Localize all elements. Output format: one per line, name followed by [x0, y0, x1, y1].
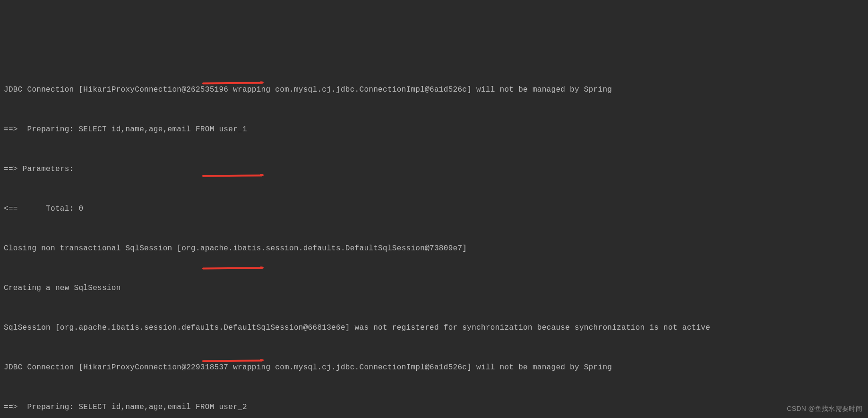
highlight-underline — [202, 267, 263, 269]
log-line: ==> Parameters: — [4, 162, 864, 176]
log-line: <== Total: 0 — [4, 202, 864, 215]
log-line: JDBC Connection [HikariProxyConnection@2… — [4, 83, 864, 96]
highlight-underline — [202, 174, 263, 177]
log-line: JDBC Connection [HikariProxyConnection@2… — [4, 361, 864, 374]
log-line: SqlSession [org.apache.ibatis.session.de… — [4, 321, 864, 334]
log-line: ==> Preparing: SELECT id,name,age,email … — [4, 401, 864, 414]
log-line: Creating a new SqlSession — [4, 282, 864, 295]
log-line: Closing non transactional SqlSession [or… — [4, 242, 864, 255]
watermark-text: CSDN @鱼找水需要时间 — [787, 402, 862, 415]
log-line: ==> Preparing: SELECT id,name,age,email … — [4, 123, 864, 136]
console-log-output: JDBC Connection [HikariProxyConnection@2… — [4, 57, 864, 418]
